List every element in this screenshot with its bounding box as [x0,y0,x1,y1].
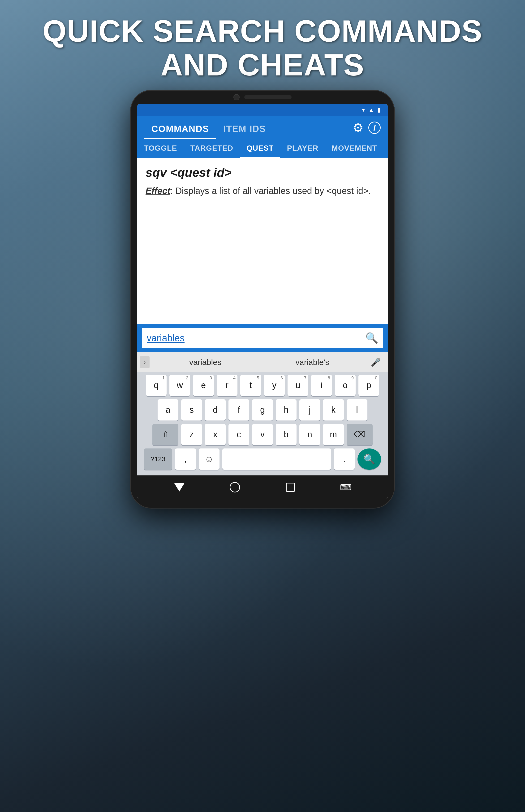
search-submit-icon[interactable]: 🔍 [365,332,378,344]
key-b[interactable]: b [276,424,297,445]
key-p[interactable]: p0 [358,375,379,396]
app-header: COMMANDS ITEM IDS ⚙ i [137,116,388,140]
wifi-icon: ▾ [362,107,365,113]
keyboard: q1 w2 e3 r4 t5 y6 u7 i8 o9 p0 a s d f [137,372,388,475]
key-period[interactable]: . [334,448,355,470]
key-r[interactable]: r4 [217,375,238,396]
search-input-wrap[interactable]: variables 🔍 [142,328,383,348]
status-bar: ▾ ▲ ▮ [137,104,388,116]
nav-back-button[interactable] [172,480,186,494]
phone-screen: ▾ ▲ ▮ COMMANDS ITEM IDS ⚙ i TOGG [137,104,388,499]
key-z[interactable]: z [181,424,202,445]
key-s[interactable]: s [181,399,202,421]
info-icon[interactable]: i [368,121,381,134]
keyboard-icon: ⌨ [340,482,351,492]
back-icon [174,483,184,492]
key-l[interactable]: l [347,399,368,421]
key-y[interactable]: y6 [264,375,285,396]
phone-camera [234,94,240,100]
nav-home-button[interactable] [228,480,242,494]
hero-title: QUICK SEARCH COMMANDS AND CHEATS [24,14,501,82]
sub-tab-toggle[interactable]: TOGGLE [137,140,184,158]
key-space[interactable] [222,448,331,470]
header-icons: ⚙ i [352,121,381,140]
key-i[interactable]: i8 [311,375,332,396]
phone-device: ▾ ▲ ▮ COMMANDS ITEM IDS ⚙ i TOGG [130,90,395,509]
phone-body: ▾ ▲ ▮ COMMANDS ITEM IDS ⚙ i TOGG [130,90,395,509]
key-n[interactable]: n [299,424,320,445]
nav-recents-button[interactable] [283,480,298,494]
sub-tab-player[interactable]: PLAYER [280,140,325,158]
keyboard-row-1: q1 w2 e3 r4 t5 y6 u7 i8 o9 p0 [139,375,386,396]
sub-tab-targeted[interactable]: TARGETED [184,140,240,158]
effect-label: Effect [146,186,170,196]
suggestion-word-2[interactable]: variable's [259,356,366,369]
key-x[interactable]: x [205,424,226,445]
search-input[interactable]: variables [147,333,184,344]
key-a[interactable]: a [158,399,178,421]
key-o[interactable]: o9 [335,375,356,396]
key-c[interactable]: c [228,424,249,445]
key-h[interactable]: h [276,399,297,421]
nav-bar: ⌨ [137,475,388,499]
key-j[interactable]: j [299,399,320,421]
signal-icon: ▲ [368,107,374,113]
content-area: sqv <quest id> Effect: Displays a list o… [137,158,388,253]
hero-title-area: QUICK SEARCH COMMANDS AND CHEATS [0,14,525,82]
sub-tab-movement[interactable]: MOVEMENT [325,140,384,158]
key-f[interactable]: f [228,399,249,421]
key-t[interactable]: t5 [240,375,261,396]
keyboard-search-icon: 🔍 [363,454,375,465]
key-w[interactable]: w2 [169,375,190,396]
key-shift[interactable]: ⇧ [152,424,178,445]
tab-item-ids[interactable]: ITEM IDS [216,121,273,139]
main-tabs: COMMANDS ITEM IDS [144,121,352,139]
keyboard-row-2: a s d f g h j k l [139,399,386,421]
suggestion-word-1[interactable]: variables [152,356,259,369]
key-d[interactable]: d [205,399,226,421]
key-search[interactable]: 🔍 [358,448,381,470]
keyboard-row-3: ⇧ z x c v b n m ⌫ [139,424,386,445]
command-desc-text: : Displays a list of all variables used … [170,186,371,196]
title-line1: QUICK SEARCH COMMANDS [24,14,501,48]
phone-top-hardware [215,94,310,100]
key-emoji[interactable]: ☺ [199,448,220,470]
nav-keyboard-button[interactable]: ⌨ [339,480,353,494]
command-title: sqv <quest id> [146,165,379,179]
sub-tab-bar: TOGGLE TARGETED QUEST PLAYER MOVEMENT [137,140,388,158]
key-k[interactable]: k [323,399,344,421]
settings-icon[interactable]: ⚙ [352,121,364,135]
search-bar[interactable]: variables 🔍 [137,324,388,352]
recents-icon [286,483,295,492]
battery-icon: ▮ [378,107,381,113]
key-g[interactable]: g [252,399,273,421]
key-q[interactable]: q1 [146,375,167,396]
key-backspace[interactable]: ⌫ [347,424,373,445]
title-line2: AND CHEATS [24,48,501,82]
suggestion-expand-icon[interactable]: › [140,356,150,368]
command-description: Effect: Displays a list of all variables… [146,184,379,198]
key-v[interactable]: v [252,424,273,445]
key-comma[interactable]: , [175,448,196,470]
tab-commands[interactable]: COMMANDS [144,121,216,139]
key-m[interactable]: m [323,424,344,445]
key-numbers[interactable]: ?123 [144,448,172,470]
empty-content-space [137,253,388,324]
key-u[interactable]: u7 [287,375,308,396]
mic-icon[interactable]: 🎤 [366,356,385,369]
key-e[interactable]: e3 [193,375,214,396]
keyboard-row-4: ?123 , ☺ . 🔍 [139,448,386,470]
keyboard-suggestions-bar: › variables variable's 🎤 [137,352,388,372]
home-icon [230,482,240,492]
phone-speaker [244,95,291,99]
sub-tab-quest[interactable]: QUEST [240,140,280,158]
